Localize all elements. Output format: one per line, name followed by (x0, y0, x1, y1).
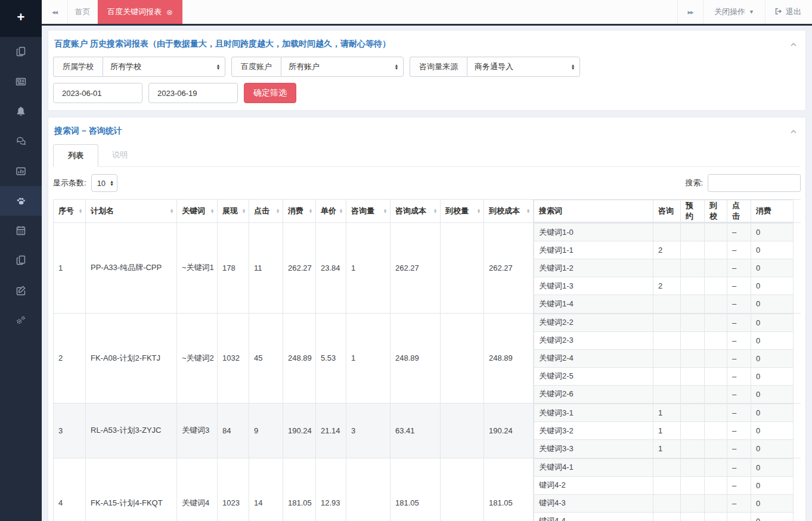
term-cell-cost: 0 (751, 440, 794, 458)
cell-cost: 262.27 (283, 223, 316, 314)
logout-label: 退出 (786, 7, 801, 17)
stats-tabs: 列表 说明 (53, 144, 801, 167)
term-column-header: 预约 (681, 200, 705, 222)
page-size-select[interactable]: 10 ▴▾ (91, 174, 117, 192)
tabs-scroll-right-button[interactable]: ▸▸ (677, 0, 703, 24)
term-cell-inquiry (653, 331, 681, 349)
cell-price: 21.14 (316, 404, 346, 458)
cell-plan: RL-A53-计划3-ZYJC (86, 404, 177, 458)
sidebar-item-notifications[interactable] (0, 97, 42, 126)
newspaper-icon (15, 76, 27, 88)
tab-home[interactable]: 首页 (68, 0, 98, 24)
tabs-scroll-left-button[interactable]: ◂◂ (42, 0, 68, 24)
column-header[interactable]: 消费▴▾ (283, 200, 316, 223)
sidebar-item-documents[interactable] (0, 37, 42, 67)
sort-icon: ▴▾ (434, 209, 436, 214)
term-cell-inquiry (653, 259, 681, 277)
term-cell-arrive (705, 440, 727, 458)
column-header[interactable]: 到校量▴▾ (441, 200, 484, 223)
column-header[interactable]: 点击▴▾ (249, 200, 283, 223)
column-header[interactable]: 计划名▴▾ (86, 200, 177, 223)
cell-inquiries: 3 (346, 404, 390, 458)
select-arrows-icon: ▴▾ (217, 64, 219, 70)
term-cell-term: 关键词1-4 (534, 295, 653, 313)
page-size-label: 显示条数: (53, 178, 86, 188)
column-header[interactable]: 展现▴▾ (218, 200, 249, 223)
search-input[interactable] (708, 174, 801, 192)
term-cell-cost: 0 (751, 331, 794, 349)
cell-seq: 2 (54, 313, 86, 404)
cell-price: 23.84 (316, 223, 346, 314)
term-cell-click: – (727, 259, 751, 277)
caret-down-icon: ▼ (749, 9, 754, 15)
column-header[interactable]: 序号▴▾ (54, 200, 86, 223)
close-operations-dropdown[interactable]: 关闭操作 ▼ (703, 0, 765, 24)
table-header-row: 序号▴▾计划名▴▾关键词▴▾展现▴▾点击▴▾消费▴▾单价▴▾咨询量▴▾咨询成本▴… (54, 200, 801, 223)
source-select-value: 商务通导入 (475, 61, 513, 72)
school-filter-group: 所属学校 所有学校 ▴▾ (53, 57, 225, 77)
column-header[interactable]: 咨询量▴▾ (346, 200, 390, 223)
term-cell-inquiry (653, 385, 681, 403)
column-header[interactable]: 咨询成本▴▾ (390, 200, 441, 223)
tab-baidu-keyword-report[interactable]: 百度关键词报表 ⊗ (98, 0, 182, 24)
source-filter-label: 咨询量来源 (410, 57, 467, 77)
term-cell-term: 键词4-4 (534, 512, 653, 521)
sort-icon: ▴▾ (478, 209, 480, 214)
source-select[interactable]: 商务通导入 ▴▾ (467, 57, 580, 77)
column-header[interactable]: 关键词▴▾ (177, 200, 218, 223)
term-cell-reserve (681, 422, 705, 440)
term-cell-cost: 0 (751, 494, 794, 512)
sidebar-item-reports[interactable] (0, 156, 42, 186)
term-column-header: 消费 (751, 200, 794, 222)
school-select[interactable]: 所有学校 ▴▾ (103, 57, 225, 77)
column-header[interactable]: 单价▴▾ (316, 200, 346, 223)
term-cell-arrive (705, 259, 727, 277)
term-cell-cost: 0 (751, 404, 794, 422)
tab-info[interactable]: 说明 (98, 144, 141, 166)
confirm-filter-button[interactable]: 确定筛选 (244, 83, 296, 103)
sidebar-item-baidu[interactable] (0, 186, 42, 216)
sidebar-item-calendar[interactable] (0, 216, 42, 246)
sidebar-item-files[interactable] (0, 246, 42, 275)
collapse-button[interactable] (788, 38, 799, 51)
term-cell-click: – (727, 295, 751, 313)
term-cell-arrive (705, 512, 727, 521)
cell-arrivals (441, 313, 484, 404)
term-cell-arrive (705, 404, 727, 422)
cell-plan: FK-A08-计划2-FKTJ (86, 313, 177, 404)
sidebar-logo[interactable]: + (0, 0, 42, 37)
collapse-button[interactable] (788, 125, 799, 138)
term-cell-inquiry (653, 494, 681, 512)
term-cell-click: – (727, 422, 751, 440)
search-terms-cell: 关键词4-1–0键词4-2–0键词4-3–0键词4-4–0键词4-5–0 (534, 458, 801, 521)
term-cell-reserve (681, 404, 705, 422)
term-row: 键词4-2–0 (534, 476, 794, 494)
sort-icon: ▴▾ (79, 209, 82, 214)
sidebar-item-settings[interactable] (0, 305, 42, 335)
term-row: 键词4-3–0 (534, 494, 794, 512)
logout-button[interactable]: 退出 (765, 0, 812, 24)
term-row: 关键词2-2–0 (534, 314, 794, 331)
date-to-input[interactable] (148, 83, 238, 103)
column-header[interactable]: 到校成本▴▾ (484, 200, 534, 223)
term-cell-arrive (705, 331, 727, 349)
sidebar-item-messages[interactable] (0, 126, 42, 156)
date-from-input[interactable] (53, 83, 142, 103)
term-row: 键词4-4–0 (534, 512, 794, 521)
school-select-value: 所有学校 (110, 61, 141, 72)
cell-clicks: 11 (249, 223, 283, 314)
term-cell-term: 关键词3-2 (534, 422, 653, 440)
cell-plan: FK-A15-计划4-FKQT (86, 458, 177, 521)
filter-panel: 百度账户 历史搜索词报表（由于数据量大，且时间跨度越大，加载时间越久，请耐心等待… (48, 30, 806, 111)
sidebar-item-news[interactable] (0, 67, 42, 97)
term-cell-term: 键词4-2 (534, 476, 653, 494)
term-cell-reserve (681, 241, 705, 259)
column-header-label: 展现 (222, 206, 238, 216)
sidebar-item-edit[interactable] (0, 275, 42, 305)
account-select[interactable]: 所有账户 ▴▾ (281, 57, 404, 77)
close-circle-icon[interactable]: ⊗ (166, 8, 173, 16)
cell-impressions: 1023 (218, 458, 249, 521)
tab-list[interactable]: 列表 (53, 144, 98, 167)
term-column-header: 点击 (727, 200, 751, 222)
cell-seq: 4 (54, 458, 86, 521)
